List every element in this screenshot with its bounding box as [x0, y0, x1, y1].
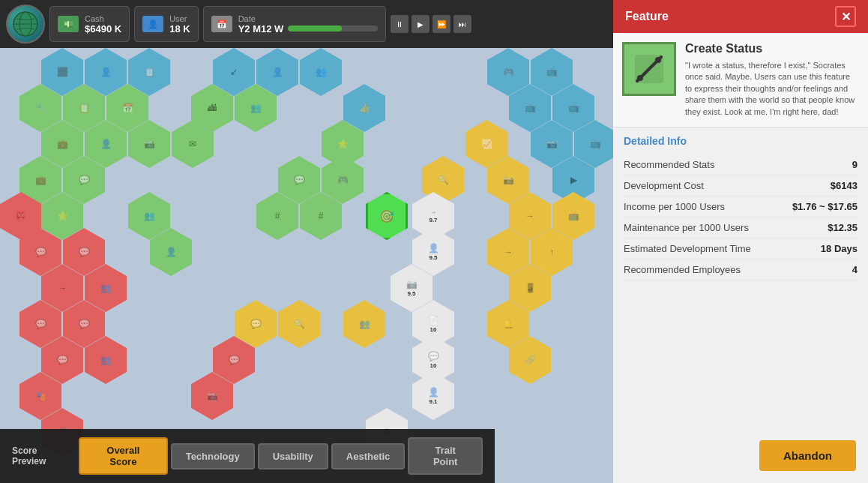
feature-text-area: Create Status "I wrote a status, therefo…: [685, 42, 859, 118]
stat-row-recommended-stats: Recommended Stats 9: [624, 154, 858, 176]
cash-icon: 💵: [58, 16, 79, 32]
score-preview-label: Score Preview: [12, 446, 70, 466]
tab-aesthetic[interactable]: Aesthetic: [331, 443, 406, 470]
stat-label-0: Recommended Stats: [624, 159, 714, 170]
stat-row-income: Income per 1000 Users $1.76 ~ $17.65: [624, 196, 858, 218]
top-bar: 💵 Cash $6490 K 👤 User 18 K 📅 Date Y2 M12…: [0, 0, 615, 48]
feature-header-label: Feature: [625, 10, 669, 23]
hex-grid: ⬛ 👤 📋 ↙ 👤 👥 🎮 📺 🔧 📋 📅 🏙 👥 👍 📺 📺 💼 👤 📷 ✉ …: [0, 48, 615, 483]
detailed-info-section: Detailed Info Recommended Stats 9 Develo…: [613, 128, 868, 288]
abandon-button[interactable]: Abandon: [759, 440, 856, 471]
date-box: 📅 Date Y2 M12 W: [203, 6, 387, 42]
tab-usability[interactable]: Usability: [258, 443, 328, 470]
cash-box: 💵 Cash $6490 K: [49, 6, 130, 42]
pause-button[interactable]: ⏸: [391, 15, 409, 33]
date-label: Date: [238, 14, 379, 23]
game-map: ⬛ 👤 📋 ↙ 👤 👥 🎮 📺 🔧 📋 📅 🏙 👥 👍 📺 📺 💼 👤 📷 ✉ …: [0, 0, 615, 483]
user-icon: 👤: [142, 16, 163, 32]
hex-cell[interactable]: 🔍: [278, 300, 320, 348]
stat-value-1: $6143: [831, 180, 858, 191]
playback-controls: ⏸ ▶ ⏩ ⏭: [391, 15, 471, 33]
skip-button[interactable]: ⏭: [453, 15, 471, 33]
stat-row-maintenance: Maintenance per 1000 Users $12.35: [624, 218, 858, 238]
stat-row-development-cost: Development Cost $6143: [624, 176, 858, 196]
feature-header: Feature ✕: [613, 0, 868, 33]
svg-point-6: [655, 57, 661, 63]
globe-icon: [6, 4, 45, 44]
stat-label-1: Development Cost: [624, 180, 704, 191]
feature-title: Create Status: [685, 42, 859, 56]
stat-row-employees: Recommended Employees 4: [624, 260, 858, 280]
feature-description: "I wrote a status, therefore I exist," S…: [685, 60, 859, 118]
hex-cell[interactable]: 👥: [343, 300, 385, 348]
detailed-info-label: Detailed Info: [624, 135, 858, 147]
svg-point-5: [637, 75, 643, 81]
stat-value-3: $12.35: [828, 222, 858, 233]
hex-cell[interactable]: 👥: [300, 48, 342, 96]
date-progress: [288, 26, 342, 32]
stat-row-dev-time: Estimated Development Time 18 Days: [624, 238, 858, 260]
tab-technology[interactable]: Technology: [171, 443, 255, 470]
stat-label-5: Recommended Employees: [624, 264, 741, 275]
date-icon: 📅: [211, 16, 232, 32]
close-button[interactable]: ✕: [835, 6, 856, 27]
cash-value: $6490 K: [85, 23, 121, 34]
score-preview-bar: Score Preview Overall Score Technology U…: [0, 429, 495, 483]
stat-label-4: Estimated Development Time: [624, 243, 751, 254]
user-box: 👤 User 18 K: [134, 6, 198, 42]
stat-value-4: 18 Days: [821, 243, 858, 254]
feature-top-section: Create Status "I wrote a status, therefo…: [613, 33, 868, 128]
play-button[interactable]: ▶: [412, 15, 430, 33]
fast-forward-button[interactable]: ⏩: [433, 15, 450, 33]
stat-value-0: 9: [852, 159, 858, 170]
cash-label: Cash: [85, 14, 121, 23]
tab-trait-point[interactable]: Trait Point: [408, 437, 483, 475]
feature-panel: Feature ✕ Create Status "I wrote a statu…: [613, 0, 868, 483]
user-value: 18 K: [169, 23, 190, 34]
tab-overall-score[interactable]: Overall Score: [79, 437, 168, 475]
date-value: Y2 M12 W: [238, 23, 284, 34]
feature-icon: [622, 42, 676, 96]
hex-cell[interactable]: 👤 9.1: [412, 372, 454, 420]
stat-label-3: Maintenance per 1000 Users: [624, 222, 749, 233]
stat-label-2: Income per 1000 Users: [624, 201, 725, 212]
stat-value-2: $1.76 ~ $17.65: [792, 201, 858, 212]
stat-value-5: 4: [852, 264, 858, 275]
user-label: User: [169, 14, 190, 23]
active-hex[interactable]: 🎯: [366, 192, 408, 240]
